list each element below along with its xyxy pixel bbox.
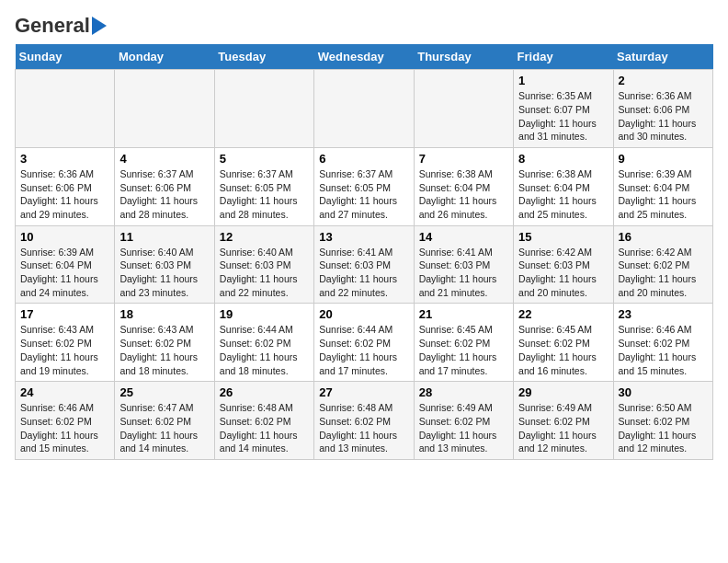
calendar-cell: 1Sunrise: 6:35 AMSunset: 6:07 PMDaylight…: [514, 70, 613, 148]
day-number: 5: [220, 152, 309, 166]
calendar-cell: 4Sunrise: 6:37 AMSunset: 6:06 PMDaylight…: [115, 147, 214, 225]
day-info: Sunrise: 6:44 AMSunset: 6:02 PMDaylight:…: [220, 323, 309, 377]
calendar-cell: 2Sunrise: 6:36 AMSunset: 6:06 PMDaylight…: [613, 70, 712, 148]
calendar-cell: 16Sunrise: 6:42 AMSunset: 6:02 PMDayligh…: [613, 225, 712, 304]
day-info: Sunrise: 6:48 AMSunset: 6:02 PMDaylight:…: [319, 401, 408, 455]
calendar-cell: [414, 70, 513, 148]
day-info: Sunrise: 6:43 AMSunset: 6:02 PMDaylight:…: [20, 323, 109, 377]
calendar-cell: [214, 70, 313, 148]
day-number: 27: [319, 385, 408, 399]
day-info: Sunrise: 6:42 AMSunset: 6:02 PMDaylight:…: [619, 246, 708, 300]
calendar-header-row: SundayMondayTuesdayWednesdayThursdayFrid…: [16, 44, 713, 70]
day-info: Sunrise: 6:35 AMSunset: 6:07 PMDaylight:…: [518, 89, 608, 144]
day-number: 28: [419, 385, 508, 399]
logo: General: [15, 15, 107, 37]
day-number: 22: [518, 307, 608, 321]
day-info: Sunrise: 6:47 AMSunset: 6:02 PMDaylight:…: [119, 401, 209, 455]
page-header: General: [15, 15, 713, 37]
day-info: Sunrise: 6:49 AMSunset: 6:02 PMDaylight:…: [419, 401, 508, 455]
day-info: Sunrise: 6:48 AMSunset: 6:02 PMDaylight:…: [220, 401, 309, 455]
day-number: 30: [619, 385, 708, 399]
day-number: 4: [119, 152, 209, 166]
calendar-cell: 13Sunrise: 6:41 AMSunset: 6:03 PMDayligh…: [314, 225, 414, 304]
day-info: Sunrise: 6:43 AMSunset: 6:02 PMDaylight:…: [119, 323, 209, 377]
day-number: 10: [20, 230, 109, 244]
day-info: Sunrise: 6:45 AMSunset: 6:02 PMDaylight:…: [518, 323, 608, 377]
day-info: Sunrise: 6:50 AMSunset: 6:02 PMDaylight:…: [619, 401, 708, 455]
day-info: Sunrise: 6:46 AMSunset: 6:02 PMDaylight:…: [619, 323, 708, 377]
day-number: 9: [619, 152, 708, 166]
logo-general: General: [15, 15, 90, 37]
calendar-week-5: 24Sunrise: 6:46 AMSunset: 6:02 PMDayligh…: [16, 382, 713, 460]
calendar-week-1: 1Sunrise: 6:35 AMSunset: 6:07 PMDaylight…: [16, 70, 713, 148]
day-info: Sunrise: 6:49 AMSunset: 6:02 PMDaylight:…: [518, 401, 608, 455]
day-number: 17: [20, 307, 109, 321]
calendar-cell: 30Sunrise: 6:50 AMSunset: 6:02 PMDayligh…: [613, 382, 712, 460]
day-number: 13: [319, 230, 408, 244]
day-info: Sunrise: 6:37 AMSunset: 6:06 PMDaylight:…: [119, 167, 209, 222]
calendar-cell: 21Sunrise: 6:45 AMSunset: 6:02 PMDayligh…: [414, 304, 513, 382]
calendar-cell: 23Sunrise: 6:46 AMSunset: 6:02 PMDayligh…: [613, 304, 712, 382]
calendar-cell: 11Sunrise: 6:40 AMSunset: 6:03 PMDayligh…: [115, 225, 214, 304]
calendar-table: SundayMondayTuesdayWednesdayThursdayFrid…: [15, 44, 713, 460]
day-info: Sunrise: 6:38 AMSunset: 6:04 PMDaylight:…: [518, 167, 608, 222]
calendar-cell: 29Sunrise: 6:49 AMSunset: 6:02 PMDayligh…: [514, 382, 613, 460]
day-info: Sunrise: 6:44 AMSunset: 6:02 PMDaylight:…: [319, 323, 408, 377]
header-tuesday: Tuesday: [214, 44, 313, 70]
day-number: 12: [220, 230, 309, 244]
day-number: 16: [619, 230, 708, 244]
calendar-cell: 20Sunrise: 6:44 AMSunset: 6:02 PMDayligh…: [314, 304, 414, 382]
calendar-cell: 26Sunrise: 6:48 AMSunset: 6:02 PMDayligh…: [214, 382, 313, 460]
day-number: 2: [619, 74, 708, 87]
calendar-cell: 6Sunrise: 6:37 AMSunset: 6:05 PMDaylight…: [314, 147, 414, 225]
day-number: 21: [419, 307, 508, 321]
calendar-cell: 9Sunrise: 6:39 AMSunset: 6:04 PMDaylight…: [613, 147, 712, 225]
day-info: Sunrise: 6:39 AMSunset: 6:04 PMDaylight:…: [619, 167, 708, 222]
calendar-week-4: 17Sunrise: 6:43 AMSunset: 6:02 PMDayligh…: [16, 304, 713, 382]
day-info: Sunrise: 6:38 AMSunset: 6:04 PMDaylight:…: [419, 167, 508, 222]
calendar-cell: [314, 70, 414, 148]
calendar-cell: 17Sunrise: 6:43 AMSunset: 6:02 PMDayligh…: [16, 304, 115, 382]
calendar-cell: 7Sunrise: 6:38 AMSunset: 6:04 PMDaylight…: [414, 147, 513, 225]
day-info: Sunrise: 6:46 AMSunset: 6:02 PMDaylight:…: [20, 401, 109, 455]
day-number: 7: [419, 152, 508, 166]
calendar-cell: [115, 70, 214, 148]
calendar-cell: 25Sunrise: 6:47 AMSunset: 6:02 PMDayligh…: [115, 382, 214, 460]
day-info: Sunrise: 6:40 AMSunset: 6:03 PMDaylight:…: [119, 246, 209, 300]
day-info: Sunrise: 6:41 AMSunset: 6:03 PMDaylight:…: [419, 246, 508, 300]
calendar-week-3: 10Sunrise: 6:39 AMSunset: 6:04 PMDayligh…: [16, 225, 713, 304]
day-number: 8: [518, 152, 608, 166]
calendar-cell: 3Sunrise: 6:36 AMSunset: 6:06 PMDaylight…: [16, 147, 115, 225]
calendar-cell: 12Sunrise: 6:40 AMSunset: 6:03 PMDayligh…: [214, 225, 313, 304]
day-info: Sunrise: 6:41 AMSunset: 6:03 PMDaylight:…: [319, 246, 408, 300]
calendar-cell: 10Sunrise: 6:39 AMSunset: 6:04 PMDayligh…: [16, 225, 115, 304]
header-sunday: Sunday: [16, 44, 115, 70]
day-number: 24: [20, 385, 109, 399]
calendar-cell: 27Sunrise: 6:48 AMSunset: 6:02 PMDayligh…: [314, 382, 414, 460]
day-info: Sunrise: 6:37 AMSunset: 6:05 PMDaylight:…: [220, 167, 309, 222]
calendar-cell: 19Sunrise: 6:44 AMSunset: 6:02 PMDayligh…: [214, 304, 313, 382]
header-saturday: Saturday: [613, 44, 712, 70]
header-friday: Friday: [514, 44, 613, 70]
day-number: 18: [119, 307, 209, 321]
day-number: 23: [619, 307, 708, 321]
calendar-cell: 15Sunrise: 6:42 AMSunset: 6:03 PMDayligh…: [514, 225, 613, 304]
header-thursday: Thursday: [414, 44, 513, 70]
calendar-cell: 14Sunrise: 6:41 AMSunset: 6:03 PMDayligh…: [414, 225, 513, 304]
header-wednesday: Wednesday: [314, 44, 414, 70]
day-info: Sunrise: 6:45 AMSunset: 6:02 PMDaylight:…: [419, 323, 508, 377]
day-number: 15: [518, 230, 608, 244]
calendar-cell: 5Sunrise: 6:37 AMSunset: 6:05 PMDaylight…: [214, 147, 313, 225]
day-number: 6: [319, 152, 408, 166]
day-number: 29: [518, 385, 608, 399]
day-number: 1: [518, 74, 608, 87]
header-monday: Monday: [115, 44, 214, 70]
calendar-cell: 28Sunrise: 6:49 AMSunset: 6:02 PMDayligh…: [414, 382, 513, 460]
day-number: 3: [20, 152, 109, 166]
day-number: 19: [220, 307, 309, 321]
calendar-cell: 22Sunrise: 6:45 AMSunset: 6:02 PMDayligh…: [514, 304, 613, 382]
calendar-week-2: 3Sunrise: 6:36 AMSunset: 6:06 PMDaylight…: [16, 147, 713, 225]
day-info: Sunrise: 6:40 AMSunset: 6:03 PMDaylight:…: [220, 246, 309, 300]
calendar-cell: 8Sunrise: 6:38 AMSunset: 6:04 PMDaylight…: [514, 147, 613, 225]
day-number: 14: [419, 230, 508, 244]
